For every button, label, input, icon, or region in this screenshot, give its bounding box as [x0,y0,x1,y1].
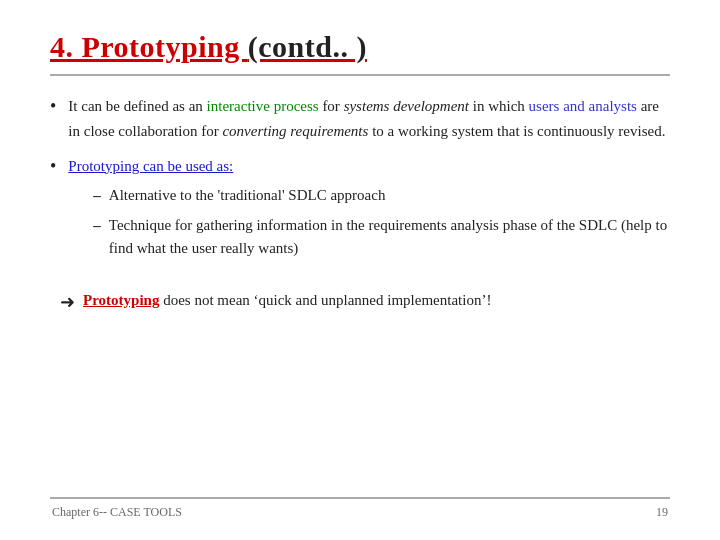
sub-bullet-1: – Alternative to the 'traditional' SDLC … [93,184,670,207]
bullet-item-2: • Prototyping can be used as: – Alternat… [50,154,670,261]
dash-1: – [93,184,101,207]
slide-content: • It can be defined as an interactive pr… [50,94,670,497]
bullet-text-2: Prototyping can be used as: – Alternativ… [68,154,670,261]
highlight-analysts: analysts [589,98,637,114]
slide-title: 4. Prototyping (contd.. ) [50,30,670,64]
arrow-rest: does not mean ‘quick and unplanned imple… [159,292,491,308]
bullet-item-1: • It can be defined as an interactive pr… [50,94,670,144]
arrow-right-icon: ➜ [60,288,75,317]
bullet-text-1: It can be defined as an interactive proc… [68,94,670,144]
bullet-dot-1: • [50,96,56,117]
prototyping-label: Prototyping [83,292,159,308]
arrow-text: Prototyping does not mean ‘quick and unp… [83,288,491,312]
highlight-interactive-process: interactive process [207,98,319,114]
slide: 4. Prototyping (contd.. ) • It can be de… [0,0,720,540]
bottom-divider [50,497,670,499]
highlight-systems-dev: systems development [344,98,469,114]
footer-chapter: Chapter 6-- CASE TOOLS [52,505,182,520]
sub-bullet-2: – Technique for gathering information in… [93,214,670,261]
footer: Chapter 6-- CASE TOOLS 19 [50,505,670,520]
top-divider [50,74,670,76]
sub-bullet-text-2: Technique for gathering information in t… [109,214,670,261]
footer-page: 19 [656,505,668,520]
dash-2: – [93,214,101,237]
highlight-converting: converting requirements [222,123,368,139]
prototyping-can-be-used: Prototyping can be used as: [68,158,233,174]
title-main: 4. Prototyping [50,30,248,63]
highlight-users: users and [529,98,585,114]
sub-bullet-text-1: Alternative to the 'traditional' SDLC ap… [109,184,386,207]
bullet-dot-2: • [50,156,56,177]
arrow-bullet: ➜ Prototyping does not mean ‘quick and u… [60,288,670,317]
title-paren: (contd.. ) [248,30,367,63]
sub-bullets: – Alternative to the 'traditional' SDLC … [93,184,670,260]
